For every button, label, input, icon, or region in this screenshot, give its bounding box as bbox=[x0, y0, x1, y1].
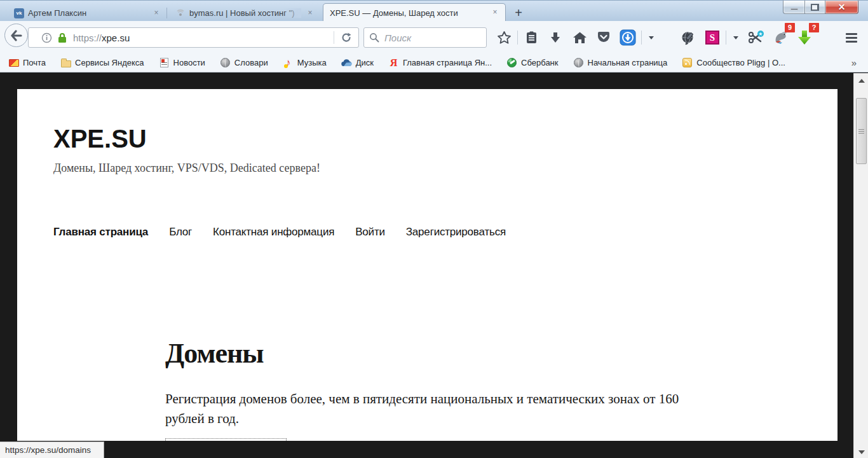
folder-icon bbox=[60, 58, 71, 68]
bookmark-star-button[interactable] bbox=[494, 27, 514, 48]
close-icon: ✕ bbox=[838, 2, 846, 12]
window-controls: ✕ bbox=[783, 1, 858, 14]
bookmark-news[interactable]: Новости bbox=[157, 57, 207, 69]
tab-title: bymas.ru | Новый хостинг ") bbox=[189, 8, 301, 18]
tab-vk[interactable]: vk Артем Плаксин × bbox=[8, 4, 166, 22]
bookmark-label: Начальная страница bbox=[588, 58, 668, 67]
bookmarks-overflow-button[interactable]: » bbox=[846, 57, 862, 68]
cloud-icon bbox=[341, 58, 352, 68]
info-icon[interactable] bbox=[41, 32, 52, 43]
nav-login-link[interactable]: Войти bbox=[355, 226, 385, 239]
radio-icon bbox=[175, 8, 186, 18]
triangle-up-icon bbox=[858, 79, 865, 83]
download-dropdown-button[interactable] bbox=[645, 27, 658, 48]
bookmark-start-page[interactable]: Начальная страница bbox=[571, 57, 670, 69]
restore-icon bbox=[811, 4, 819, 11]
reload-button[interactable] bbox=[334, 28, 358, 47]
addon-icon-row: S 9 bbox=[676, 27, 817, 48]
bookmark-yandex-services[interactable]: Сервисы Яндекса bbox=[58, 57, 146, 69]
mail-icon bbox=[8, 58, 19, 68]
addon-dropdown-button[interactable] bbox=[729, 27, 742, 48]
savefrom-addon-button[interactable]: ? bbox=[794, 27, 815, 48]
menu-button[interactable] bbox=[840, 27, 863, 48]
url-text[interactable]: https://xpe.su bbox=[73, 32, 130, 43]
site-navigation: Главная страница Блог Контактная информа… bbox=[53, 226, 506, 239]
site-tagline: Домены, Шаред хостинг, VPS/VDS, Dedicate… bbox=[53, 162, 320, 175]
bookmark-label: Музыка bbox=[297, 58, 327, 67]
downloads-button[interactable] bbox=[545, 27, 566, 48]
scrollbar-thumb[interactable] bbox=[856, 98, 867, 164]
search-icon bbox=[369, 32, 379, 43]
bookmark-label: Диск bbox=[356, 58, 374, 67]
bookmark-pligg[interactable]: Сообщество Pligg | O... bbox=[680, 57, 787, 69]
tab-bymas[interactable]: bymas.ru | Новый хостинг ") × bbox=[169, 4, 320, 22]
bookmark-label: Словари bbox=[234, 58, 268, 67]
url-bar[interactable]: https://xpe.su bbox=[28, 27, 359, 48]
video-download-helper-button[interactable] bbox=[618, 27, 638, 48]
globe-icon bbox=[573, 58, 584, 68]
tab-close-icon[interactable]: × bbox=[151, 8, 161, 18]
tab-title: XPE.SU — Домены, Шаред хости bbox=[330, 8, 486, 18]
tab-separator bbox=[166, 8, 167, 18]
minimize-icon bbox=[790, 8, 798, 10]
site-title[interactable]: XPE.SU bbox=[53, 125, 147, 153]
section-title-domains: Домены bbox=[165, 337, 264, 370]
bookmark-disk[interactable]: Диск bbox=[339, 57, 376, 69]
nav-contact-link[interactable]: Контактная информация bbox=[213, 226, 334, 239]
hamburger-icon bbox=[846, 33, 857, 35]
vertical-scrollbar[interactable] bbox=[853, 73, 868, 458]
tab-title-fade bbox=[283, 8, 301, 18]
chevron-down-icon bbox=[649, 36, 654, 39]
translate-page-button[interactable] bbox=[678, 27, 698, 48]
tab-close-icon[interactable]: × bbox=[490, 8, 500, 18]
bookmark-dictionaries[interactable]: Словари bbox=[218, 57, 270, 69]
scroll-up-button[interactable] bbox=[854, 76, 868, 86]
triangle-down-icon bbox=[858, 450, 865, 454]
focused-link-outline[interactable] bbox=[165, 438, 287, 441]
bookmark-yandex-home[interactable]: Я Главная страница Ян... bbox=[386, 57, 494, 69]
notification-count-badge: 9 bbox=[785, 23, 795, 32]
minimize-button[interactable] bbox=[783, 1, 804, 14]
reload-icon bbox=[341, 32, 352, 43]
bookmark-label: Новости bbox=[173, 58, 205, 67]
pocket-icon bbox=[597, 31, 611, 44]
nav-register-link[interactable]: Зарегистрироваться bbox=[406, 226, 506, 239]
bookmark-label: Сбербанк bbox=[521, 58, 558, 67]
search-bar[interactable] bbox=[363, 27, 487, 48]
pocket-button[interactable] bbox=[593, 27, 614, 48]
bookmark-music[interactable]: ♪ Музыка bbox=[281, 57, 329, 69]
back-button[interactable] bbox=[4, 24, 28, 47]
bookmark-label: Главная страница Ян... bbox=[403, 58, 492, 67]
bookmark-mail[interactable]: Почта bbox=[6, 57, 48, 69]
scroll-down-button[interactable] bbox=[854, 447, 868, 457]
nav-home-link[interactable]: Главная страница bbox=[53, 226, 148, 239]
restore-button[interactable] bbox=[804, 1, 825, 14]
screenshot-addon-button[interactable] bbox=[746, 27, 766, 48]
url-scheme: https:// bbox=[73, 32, 102, 43]
star-icon bbox=[497, 31, 512, 45]
section-text: Регистрация доменов более, чем в пятидес… bbox=[165, 389, 685, 429]
new-tab-button[interactable]: + bbox=[510, 6, 527, 20]
tab-close-icon[interactable]: × bbox=[305, 8, 315, 18]
chevron-down-icon bbox=[733, 36, 738, 39]
search-input[interactable] bbox=[384, 32, 467, 43]
home-button[interactable] bbox=[569, 27, 590, 48]
browser-viewport: XPE.SU Домены, Шаред хостинг, VPS/VDS, D… bbox=[0, 73, 853, 458]
globe-icon bbox=[220, 58, 231, 68]
status-link-preview: https://xpe.su/domains bbox=[0, 441, 104, 458]
nav-blog-link[interactable]: Блог bbox=[169, 226, 192, 239]
scrapbook-addon-button[interactable]: S bbox=[702, 27, 722, 48]
bookmark-label: Сообщество Pligg | O... bbox=[696, 58, 785, 67]
bookmark-label: Почта bbox=[23, 58, 46, 67]
tab-xpe-active[interactable]: XPE.SU — Домены, Шаред хости × bbox=[323, 3, 506, 22]
bookmark-label: Сервисы Яндекса bbox=[75, 58, 144, 67]
close-button[interactable]: ✕ bbox=[825, 1, 858, 14]
vk-icon: vk bbox=[14, 8, 24, 18]
music-note-icon: ♪ bbox=[283, 58, 294, 68]
bookmark-sberbank[interactable]: Сбербанк bbox=[505, 57, 560, 69]
lock-icon[interactable] bbox=[57, 32, 67, 43]
notifications-addon-button[interactable]: 9 bbox=[770, 27, 790, 48]
scissors-icon bbox=[748, 30, 764, 45]
reading-list-button[interactable] bbox=[521, 27, 541, 48]
rss-icon bbox=[682, 58, 693, 68]
